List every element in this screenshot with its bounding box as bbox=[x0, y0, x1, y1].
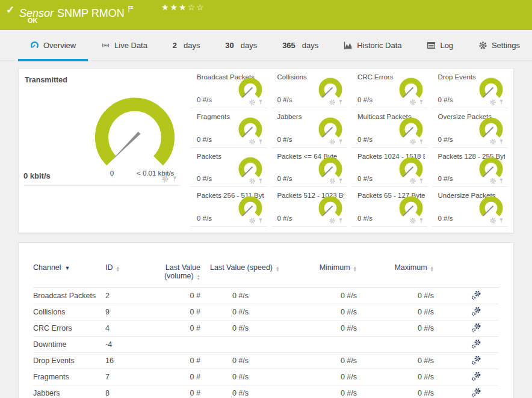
channel-gear-icon[interactable] bbox=[161, 175, 169, 183]
gauge-cell[interactable]: Drop Events 0 #/s bbox=[432, 69, 508, 108]
channel-pin-icon[interactable] bbox=[498, 99, 505, 106]
gauge-cell[interactable]: Oversize Packets 0 #/s bbox=[432, 108, 508, 148]
cell-id: 8 bbox=[105, 385, 143, 398]
gauge-cell[interactable]: Packets 256 - 511 Bytes 0 #/s bbox=[191, 187, 267, 227]
column-header-minimum[interactable]: Minimum▲▼ bbox=[282, 251, 370, 288]
primary-channel-gauge[interactable]: Transmitted 0 < 0.01 kbit/s 0 kbit/s bbox=[19, 69, 186, 227]
tab-2-days[interactable]: 2 days bbox=[161, 30, 212, 60]
gauge-cell[interactable]: CRC Errors 0 #/s bbox=[351, 69, 427, 108]
gauge-value: 0 #/s bbox=[197, 175, 212, 182]
column-label: Maximum bbox=[394, 263, 427, 272]
channel-gear-icon[interactable] bbox=[409, 217, 416, 224]
channel-pin-icon[interactable] bbox=[257, 217, 264, 224]
sort-icon: ▲▼ bbox=[353, 266, 357, 272]
channel-pin-icon[interactable] bbox=[498, 217, 505, 224]
channel-gear-icon[interactable] bbox=[249, 217, 256, 224]
gauge-cell[interactable]: Packets 1024 - 1518 B... 0 #/s bbox=[351, 148, 427, 188]
priority-stars[interactable]: ★★★☆☆ bbox=[161, 2, 205, 12]
channel-pin-icon[interactable] bbox=[337, 217, 344, 224]
tab-settings[interactable]: Settings bbox=[466, 30, 532, 60]
tab-365-days[interactable]: 365 days bbox=[270, 30, 330, 60]
table-row[interactable]: Drop Events 16 0 # 0 #/s 0 #/s 0 #/s bbox=[33, 353, 499, 369]
channel-gear-icon[interactable] bbox=[249, 177, 256, 185]
channel-gear-icon[interactable] bbox=[329, 138, 336, 145]
channel-gear-icon[interactable] bbox=[489, 177, 496, 185]
cell-maximum: 0 #/s bbox=[370, 385, 450, 398]
tab-live-data[interactable]: Live Data bbox=[89, 30, 159, 60]
table-row[interactable]: Fragments 7 0 # 0 #/s 0 #/s 0 #/s bbox=[33, 369, 499, 385]
gauge-cell[interactable]: Broadcast Packets 0 #/s bbox=[191, 69, 267, 108]
channel-pin-icon[interactable] bbox=[337, 99, 344, 106]
edit-channel-gears-icon[interactable] bbox=[471, 372, 481, 381]
gauge-cell[interactable]: Packets <= 64 Byte 0 #/s bbox=[271, 148, 347, 188]
channel-gear-icon[interactable] bbox=[249, 138, 256, 145]
channel-gear-icon[interactable] bbox=[489, 138, 496, 145]
channel-pin-icon[interactable] bbox=[337, 177, 344, 185]
channel-gear-icon[interactable] bbox=[489, 217, 496, 224]
tab-overview[interactable]: Overview bbox=[18, 30, 88, 60]
channel-pin-icon[interactable] bbox=[418, 217, 425, 224]
tab-30-days[interactable]: 30 days bbox=[213, 30, 269, 60]
divider bbox=[23, 185, 180, 186]
cell-minimum: 0 #/s bbox=[282, 288, 370, 304]
channel-gear-icon[interactable] bbox=[409, 177, 416, 185]
cell-last-value-volume: 0 # bbox=[143, 369, 210, 385]
gauge-cell[interactable]: Fragments 0 #/s bbox=[191, 108, 267, 148]
flag-icon[interactable] bbox=[128, 3, 134, 15]
column-header-channel[interactable]: Channel▼ bbox=[33, 251, 105, 288]
cell-last-value-speed bbox=[210, 337, 282, 353]
channel-pin-icon[interactable] bbox=[418, 99, 425, 106]
table-row[interactable]: Collisions 9 0 # 0 #/s 0 #/s 0 #/s bbox=[33, 304, 499, 320]
edit-channel-gears-icon[interactable] bbox=[471, 339, 481, 349]
channel-pin-icon[interactable] bbox=[498, 177, 505, 185]
edit-channel-gears-icon[interactable] bbox=[471, 355, 481, 365]
table-row[interactable]: CRC Errors 4 0 # 0 #/s 0 #/s 0 #/s bbox=[33, 320, 499, 337]
tab-historic-data[interactable]: Historic Data bbox=[332, 30, 413, 60]
channel-gear-icon[interactable] bbox=[409, 99, 416, 106]
table-row[interactable]: Jabbers 8 0 # 0 #/s 0 #/s 0 #/s bbox=[33, 385, 499, 398]
column-header-id[interactable]: ID▲▼ bbox=[105, 251, 143, 288]
gauge-cell[interactable]: Packets 65 - 127 Bytes 0 #/s bbox=[351, 187, 427, 227]
column-header-last-value-volume[interactable]: Last Value (volume)▲▼ bbox=[143, 251, 210, 288]
gauge-cell[interactable]: Packets 128 - 255 Bytes 0 #/s bbox=[432, 148, 508, 188]
gauge-value: 0 #/s bbox=[438, 96, 453, 103]
cell-last-value-volume: 0 # bbox=[143, 304, 210, 320]
channel-pin-icon[interactable] bbox=[418, 177, 425, 185]
gauge-cell[interactable]: Multicast Packets 0 #/s bbox=[351, 108, 427, 148]
cell-maximum: 0 #/s bbox=[370, 369, 450, 385]
channel-pin-icon[interactable] bbox=[257, 99, 264, 106]
table-row[interactable]: Downtime -4 bbox=[33, 337, 499, 353]
gauge-value: 0 #/s bbox=[197, 96, 212, 103]
table-row[interactable]: Broadcast Packets 2 0 # 0 #/s 0 #/s 0 #/… bbox=[33, 288, 499, 304]
status-badge: OK bbox=[28, 17, 38, 24]
channel-table: Channel▼ ID▲▼ Last Value (volume)▲▼ Last… bbox=[33, 251, 499, 398]
edit-channel-gears-icon[interactable] bbox=[471, 307, 481, 316]
tab-log[interactable]: Log bbox=[415, 30, 465, 60]
cell-minimum: 0 #/s bbox=[282, 385, 370, 398]
channel-gear-icon[interactable] bbox=[329, 177, 336, 185]
channel-gear-icon[interactable] bbox=[329, 99, 336, 106]
cell-minimum bbox=[282, 337, 370, 353]
tab-bar: Overview Live Data 2 days 30 days 365 da… bbox=[0, 30, 532, 61]
channel-pin-icon[interactable] bbox=[257, 138, 264, 145]
channel-gear-icon[interactable] bbox=[409, 138, 416, 145]
channel-pin-icon[interactable] bbox=[257, 177, 264, 185]
channel-gear-icon[interactable] bbox=[249, 99, 256, 106]
channel-pin-icon[interactable] bbox=[171, 175, 179, 183]
gauge-cell[interactable]: Jabbers 0 #/s bbox=[271, 108, 347, 148]
channel-table-body: Broadcast Packets 2 0 # 0 #/s 0 #/s 0 #/… bbox=[33, 288, 499, 398]
channel-pin-icon[interactable] bbox=[337, 138, 344, 145]
channel-gear-icon[interactable] bbox=[329, 217, 336, 224]
channel-gear-icon[interactable] bbox=[489, 99, 496, 106]
gauge-cell[interactable]: Packets 512 - 1023 Byt... 0 #/s bbox=[271, 187, 347, 227]
edit-channel-gears-icon[interactable] bbox=[471, 290, 481, 300]
gauge-cell[interactable]: Packets 0 #/s bbox=[191, 148, 267, 188]
column-header-maximum[interactable]: Maximum▲▼ bbox=[370, 251, 450, 288]
channel-pin-icon[interactable] bbox=[418, 138, 425, 145]
edit-channel-gears-icon[interactable] bbox=[471, 388, 481, 397]
edit-channel-gears-icon[interactable] bbox=[471, 323, 481, 332]
gauge-cell[interactable]: Undersize Packets 0 #/s bbox=[432, 187, 508, 227]
channel-pin-icon[interactable] bbox=[498, 138, 505, 145]
gauge-cell[interactable]: Collisions 0 #/s bbox=[271, 69, 347, 108]
column-header-last-value-speed[interactable]: Last Value (speed)▲▼ bbox=[210, 251, 282, 288]
